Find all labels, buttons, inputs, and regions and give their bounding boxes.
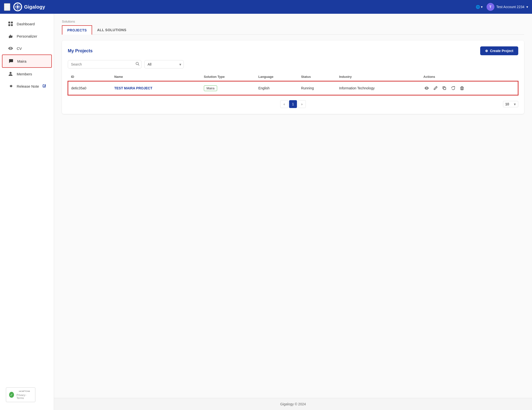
tab-all-solutions[interactable]: ALL SOLUTIONS xyxy=(92,25,131,34)
language-button[interactable]: 🌐 ▾ xyxy=(476,5,483,9)
cell-status: Running xyxy=(298,81,336,95)
svg-rect-14 xyxy=(11,22,13,24)
eye-icon xyxy=(8,46,13,51)
cell-name: TEST MAIRA PROJECT xyxy=(111,81,201,95)
external-link-icon xyxy=(42,84,46,88)
logo[interactable]: Gigalogy xyxy=(13,2,45,11)
svg-rect-1 xyxy=(4,6,10,7)
logo-text: Gigalogy xyxy=(24,4,45,10)
tab-projects[interactable]: PROJECTS xyxy=(62,25,92,35)
svg-point-9 xyxy=(16,5,17,6)
sidebar-item-label: Dashboard xyxy=(17,22,35,26)
cell-industry: Information Technology xyxy=(336,81,420,95)
avatar: T xyxy=(487,3,494,11)
search-input[interactable] xyxy=(68,60,141,68)
breadcrumb: Solutions xyxy=(62,20,524,23)
chevron-down-icon: ▾ xyxy=(526,5,528,9)
view-button[interactable] xyxy=(423,85,430,91)
app-body: Dashboard Personalizer CV xyxy=(0,14,532,410)
col-id: ID xyxy=(68,72,111,81)
copy-button[interactable] xyxy=(441,85,448,91)
sidebar-item-dashboard[interactable]: Dashboard xyxy=(2,18,52,30)
svg-point-17 xyxy=(10,72,12,74)
svg-rect-21 xyxy=(444,87,446,90)
cell-id: de6c35a0 xyxy=(68,81,111,95)
recaptcha-label: reCAPTCHA xyxy=(16,390,32,393)
recaptcha-checkmark: ✓ xyxy=(9,392,14,398)
sidebar-bottom: ✓ reCAPTCHA Privacy · Terms xyxy=(0,383,54,406)
solution-type-badge: Maira xyxy=(204,85,217,91)
svg-rect-16 xyxy=(11,24,13,26)
page-size-select[interactable]: 10 25 50 100 xyxy=(503,101,518,107)
refresh-button[interactable] xyxy=(450,85,456,91)
filter-wrap: All Active Inactive ▾ xyxy=(144,60,184,68)
gear-icon xyxy=(8,83,13,89)
col-industry: Industry xyxy=(336,72,420,81)
col-language: Language xyxy=(255,72,298,81)
header-left: Gigalogy xyxy=(4,2,45,11)
chat-icon xyxy=(8,58,14,64)
sidebar-item-personalizer[interactable]: Personalizer xyxy=(2,30,52,42)
svg-point-8 xyxy=(19,6,20,7)
actions-cell xyxy=(423,85,515,91)
plus-icon: ⊕ xyxy=(485,49,488,53)
sidebar-item-release-note[interactable]: Release Note xyxy=(2,80,52,92)
col-actions: Actions xyxy=(420,72,518,81)
create-project-label: Create Project xyxy=(490,49,513,53)
hamburger-menu[interactable] xyxy=(4,3,10,11)
sidebar-item-label: Members xyxy=(17,72,32,76)
next-page-button[interactable]: › xyxy=(298,100,306,108)
user-menu-button[interactable]: T Test Account 2234 ▾ xyxy=(487,3,528,11)
prev-page-button[interactable]: ‹ xyxy=(280,100,288,108)
create-project-button[interactable]: ⊕ Create Project xyxy=(480,46,518,55)
filters-row: All Active Inactive ▾ xyxy=(68,60,518,68)
svg-point-4 xyxy=(16,6,19,8)
col-solution-type: Solution Type xyxy=(201,72,255,81)
sidebar-item-maira[interactable]: Maira xyxy=(2,55,52,68)
page-size-wrap: 10 25 50 100 ▾ xyxy=(503,101,518,107)
user-name: Test Account 2234 xyxy=(496,5,524,9)
svg-rect-0 xyxy=(4,5,10,5)
grid-icon xyxy=(8,21,13,27)
svg-point-6 xyxy=(17,8,18,10)
app-header: Gigalogy 🌐 ▾ T Test Account 2234 ▾ xyxy=(0,0,532,14)
cell-solution-type: Maira xyxy=(201,81,255,95)
sidebar-item-label: Release Note xyxy=(17,84,39,88)
chevron-down-icon: ▾ xyxy=(481,5,483,9)
sidebar-item-members[interactable]: Members xyxy=(2,68,52,80)
projects-table: ID Name Solution Type Language Status In… xyxy=(68,72,518,95)
card-header: My Projects ⊕ Create Project xyxy=(68,46,518,55)
svg-rect-22 xyxy=(461,87,463,90)
table-header: ID Name Solution Type Language Status In… xyxy=(68,72,518,81)
svg-point-5 xyxy=(17,4,18,5)
edit-button[interactable] xyxy=(432,85,439,91)
svg-point-12 xyxy=(19,8,20,9)
table-body: de6c35a0 TEST MAIRA PROJECT Maira Englis… xyxy=(68,81,518,95)
col-status: Status xyxy=(298,72,336,81)
recaptcha-widget: ✓ reCAPTCHA Privacy · Terms xyxy=(6,387,35,402)
pagination: ‹ 1 › 10 25 50 100 ▾ xyxy=(68,100,518,108)
header-right: 🌐 ▾ T Test Account 2234 ▾ xyxy=(476,3,528,11)
main-content: Solutions PROJECTS ALL SOLUTIONS My Proj… xyxy=(54,14,532,410)
card-title: My Projects xyxy=(68,48,93,54)
search-button[interactable] xyxy=(136,62,140,67)
svg-point-10 xyxy=(19,5,20,6)
sidebar-item-label: CV xyxy=(17,46,22,51)
svg-line-20 xyxy=(138,65,139,66)
footer-text: Gigalogy © 2024 xyxy=(280,402,306,406)
current-page-button[interactable]: 1 xyxy=(289,100,297,108)
project-name-link[interactable]: TEST MAIRA PROJECT xyxy=(114,86,152,90)
filter-select[interactable]: All Active Inactive xyxy=(144,60,184,68)
privacy-terms-link[interactable]: Privacy · Terms xyxy=(16,394,32,399)
page-footer: Gigalogy © 2024 xyxy=(54,398,532,410)
sidebar-item-label: Maira xyxy=(17,59,27,63)
table-row: de6c35a0 TEST MAIRA PROJECT Maira Englis… xyxy=(68,81,518,95)
delete-button[interactable] xyxy=(459,85,465,91)
page-size-select-wrap: 10 25 50 100 ▾ xyxy=(503,101,518,107)
sidebar-item-label: Personalizer xyxy=(17,34,37,38)
sidebar: Dashboard Personalizer CV xyxy=(0,14,54,410)
sidebar-item-cv[interactable]: CV xyxy=(2,42,52,55)
search-wrap xyxy=(68,60,141,68)
main-inner: Solutions PROJECTS ALL SOLUTIONS My Proj… xyxy=(54,14,532,398)
recaptcha-info: reCAPTCHA Privacy · Terms xyxy=(16,390,32,399)
